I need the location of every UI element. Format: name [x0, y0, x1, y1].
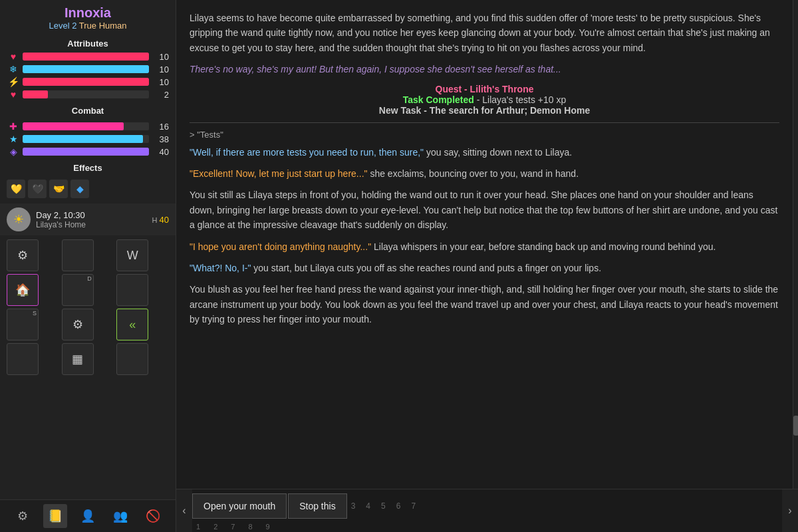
combat-val-2: 40 [153, 147, 169, 157]
inv-icon-7: ⚙ [72, 317, 83, 332]
combat-icon-2: ◈ [7, 146, 20, 157]
inv-slot-11[interactable] [116, 343, 148, 375]
combat-row-2: ◈ 40 [7, 146, 169, 157]
attr-row-3: ♥ 2 [7, 89, 169, 100]
attr-bar-fill-2 [23, 78, 149, 86]
inv-slot-6[interactable]: S [7, 309, 39, 340]
combat-bar-bg-0 [23, 122, 149, 130]
sidebar: Innoxia Level 2 True Human Attributes ♥ … [0, 0, 176, 532]
location-info: Day 2, 10:30 Lilaya's Home [36, 210, 152, 229]
choice-open-mouth[interactable]: Open your mouth [192, 493, 287, 519]
inventory-grid: ⚙ W 🏠 D S ⚙ « ▦ [0, 235, 176, 379]
combat-row-1: ★ 38 [7, 134, 169, 144]
attr-val-0: 10 [153, 52, 169, 62]
minus-icon[interactable]: 🚫 [141, 504, 165, 528]
dialogue3-cont: Lilaya whispers in your ear, before stan… [371, 241, 716, 252]
scroll-right-button[interactable]: › [782, 489, 798, 532]
story-italic: There's no way, she's my aunt! But then … [190, 62, 779, 76]
attr-bar-bg-2 [23, 78, 149, 86]
dialogue1-line: "Well, if there are more tests you need … [190, 145, 779, 160]
location-gold: H 40 [152, 215, 169, 225]
choices-row: Open your mouth Stop this 3 4 5 6 7 1 2 … [192, 489, 782, 532]
dialogue4-cont: you start, but Lilaya cuts you off as sh… [251, 263, 601, 273]
player-name: Innoxia [0, 0, 176, 21]
command-text: > "Tests" [190, 130, 779, 140]
inv-slot-0[interactable]: ⚙ [7, 239, 39, 271]
body-text-2: You blush as you feel her free hand pres… [190, 282, 779, 327]
player-level: Level 2 True Human [0, 21, 176, 35]
combat-bar-fill-2 [23, 148, 149, 156]
attr-bar-fill-1 [23, 65, 149, 73]
combat-val-0: 16 [153, 122, 169, 132]
attr-bar-bg-0 [23, 53, 149, 61]
bottom-bar: ⚙ 📒 👤 👥 🚫 [0, 499, 176, 532]
combat-icon-0: ✚ [7, 121, 20, 132]
attr-icon-3: ♥ [7, 89, 20, 100]
effects-icons: 💛 🖤 🤝 ◆ [7, 180, 169, 198]
inv-slot-9[interactable] [7, 343, 39, 375]
quest-completed-line: Task Completed - Lilaya's tests +10 xp [190, 94, 779, 105]
attr-val-3: 2 [153, 90, 169, 100]
combat-bar-bg-2 [23, 148, 149, 156]
inv-icon-2: W [127, 249, 138, 263]
dialogue1-cont: you say, sitting down next to Lilaya. [424, 147, 572, 158]
inv-icon-10: ▦ [72, 352, 83, 366]
inv-slot-1[interactable] [62, 239, 94, 271]
attr-row-0: ♥ 10 [7, 51, 169, 62]
right-scrollbar[interactable] [793, 0, 798, 489]
dialogue1-text: "Well, if there are more tests you need … [190, 147, 424, 158]
choices-bar: ‹ Open your mouth Stop this 3 4 5 6 7 1 [176, 489, 798, 532]
attr-icon-2: ⚡ [7, 76, 20, 87]
inv-icon-8: « [129, 318, 136, 332]
attr-icon-1: ❄ [7, 64, 20, 74]
inv-slot-7[interactable]: ⚙ [62, 309, 94, 340]
story-intro: Lilaya seems to have become quite embarr… [190, 11, 779, 55]
character-icon[interactable]: 👤 [76, 504, 100, 528]
combat-bar-fill-1 [23, 135, 143, 143]
effect-icon-0: 💛 [7, 180, 25, 198]
attr-bar-bg-1 [23, 65, 149, 73]
inv-slot-4[interactable]: D [62, 274, 94, 306]
combat-row-0: ✚ 16 [7, 121, 169, 132]
body-text-1: You sit still as Lilaya steps in front o… [190, 188, 779, 232]
quest-box: Quest - Lilith's Throne Task Completed -… [190, 84, 779, 116]
settings-icon[interactable]: ⚙ [11, 504, 35, 528]
player-level-type: True Human [79, 21, 127, 31]
story-divider [190, 122, 779, 123]
group-icon[interactable]: 👥 [108, 504, 132, 528]
attr-val-2: 10 [153, 77, 169, 87]
gold-amount: 40 [160, 215, 169, 225]
attributes-section: ♥ 10 ❄ 10 ⚡ 10 ♥ 2 [0, 51, 176, 102]
attr-val-1: 10 [153, 65, 169, 74]
inv-icon-0: ⚙ [17, 248, 28, 263]
quest-title-text: Quest - Lilith's Throne [436, 84, 534, 94]
attr-bar-bg-3 [23, 90, 149, 98]
location-time: Day 2, 10:30 [36, 210, 152, 220]
quest-new-task-text: New Task - The search for Arthur; Demon … [379, 105, 590, 116]
journal-icon[interactable]: 📒 [43, 504, 67, 528]
scrollbar-track[interactable] [793, 0, 798, 489]
story-area[interactable]: Lilaya seems to have become quite embarr… [176, 0, 793, 489]
quest-new-task-line: New Task - The search for Arthur; Demon … [190, 105, 779, 116]
combat-bar-bg-1 [23, 135, 149, 143]
attr-row-2: ⚡ 10 [7, 76, 169, 87]
gold-label: H [152, 216, 160, 224]
dialogue3-text: "I hope you aren't doing anything naught… [190, 241, 371, 252]
combat-val-1: 38 [153, 134, 169, 144]
effects-section: 💛 🖤 🤝 ◆ [0, 178, 176, 198]
inv-icon-3: 🏠 [15, 283, 30, 297]
attr-icon-0: ♥ [7, 51, 20, 62]
inv-slot-5[interactable] [116, 274, 148, 306]
combat-section: ✚ 16 ★ 38 ◈ 40 [0, 121, 176, 159]
effect-icon-1: 🖤 [28, 180, 47, 198]
scrollbar-thumb[interactable] [793, 416, 798, 436]
inv-slot-2[interactable]: W [116, 239, 148, 271]
attributes-title: Attributes [0, 39, 176, 49]
scroll-left-button[interactable]: ‹ [176, 489, 192, 532]
inv-slot-8[interactable]: « [116, 309, 148, 340]
attr-row-1: ❄ 10 [7, 64, 169, 74]
combat-title: Combat [0, 106, 176, 116]
inv-slot-3[interactable]: 🏠 [7, 274, 39, 306]
choice-stop-this[interactable]: Stop this [288, 493, 346, 519]
inv-slot-10[interactable]: ▦ [62, 343, 94, 375]
